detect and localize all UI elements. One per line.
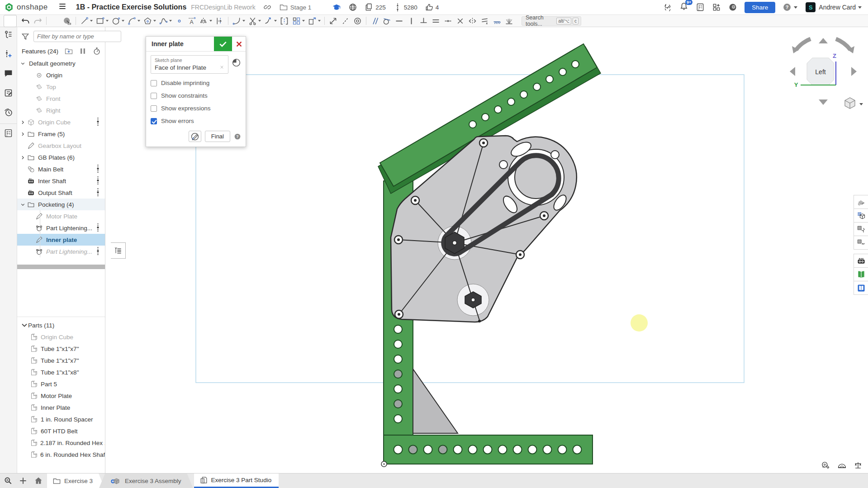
checkbox[interactable]	[151, 118, 157, 124]
checkbox[interactable]	[151, 93, 157, 99]
chevron-down-icon[interactable]	[20, 61, 26, 66]
feature-row-gb-plates-6[interactable]: GB Plates (6)	[17, 152, 105, 163]
tab-exercise-3-assembly[interactable]: Exercise 3 Assembly	[99, 474, 193, 488]
tool-arc[interactable]	[126, 15, 142, 27]
appearance-tool[interactable]	[854, 195, 868, 209]
pan-left-arrow[interactable]	[790, 67, 795, 76]
chevron-right-icon[interactable]	[20, 131, 26, 137]
usage-icon[interactable]	[393, 3, 402, 12]
section-view-tool[interactable]	[854, 208, 868, 223]
tool-text[interactable]	[185, 15, 198, 27]
tool-extend[interactable]	[262, 15, 278, 27]
add-tab-button[interactable]	[16, 474, 30, 488]
accept-button[interactable]	[214, 37, 232, 51]
part-row-origin-cube[interactable]: Origin Cube	[17, 331, 105, 343]
tool-construction[interactable]	[339, 15, 351, 27]
tool-horizontal[interactable]	[393, 15, 405, 27]
rotate-right-arrow[interactable]	[836, 39, 850, 50]
share-button[interactable]: Share	[745, 2, 775, 13]
chevron-right-icon[interactable]	[20, 119, 26, 125]
tab-exercise-3-part-studio[interactable]: Exercise 3 Part Studio	[194, 474, 279, 488]
isometric-cube-icon[interactable]	[845, 98, 863, 109]
search-tools[interactable]: Search tools... alt/⌥ c	[522, 16, 581, 26]
tool-redo[interactable]	[32, 15, 44, 27]
onshape-logo[interactable]: onshape	[0, 2, 48, 12]
history-icon[interactable]	[4, 108, 13, 119]
part-row-60t-htd-belt[interactable]: 60T HTD Belt	[17, 425, 105, 437]
feature-row-part-lightening[interactable]: Part Lightening...	[17, 222, 105, 234]
highlight-dot[interactable]	[631, 314, 648, 332]
search-tabs-icon[interactable]	[0, 474, 16, 488]
tool-curvature[interactable]	[503, 15, 515, 27]
tool-coincident[interactable]	[442, 15, 454, 27]
part-row-tube-1-x1-x7[interactable]: Tube 1"x1"x7"	[17, 343, 105, 355]
tool-mirror[interactable]	[198, 15, 213, 27]
feature-row-motor-plate[interactable]: Motor Plate	[17, 210, 105, 222]
tool-caret[interactable]	[274, 20, 277, 22]
tool-fix[interactable]	[491, 15, 503, 27]
feature-row-part-lightening[interactable]: Part Lightening...	[17, 246, 105, 257]
feature-row-right[interactable]: Right	[17, 104, 105, 116]
tool-inspect[interactable]	[351, 15, 364, 27]
feature-row-main-belt[interactable]: Main Belt	[17, 163, 105, 175]
tool-tangent[interactable]	[381, 15, 393, 27]
tool-caret[interactable]	[138, 20, 140, 22]
tool-equal[interactable]	[479, 15, 491, 27]
help-icon[interactable]	[783, 3, 792, 12]
apps-icon[interactable]	[712, 3, 721, 12]
checkbox[interactable]	[151, 80, 157, 86]
public-icon[interactable]	[348, 3, 357, 12]
part-row-motor-plate[interactable]: Motor Plate	[17, 390, 105, 402]
drag-handle-icon[interactable]	[96, 223, 100, 234]
feature-list-icon[interactable]	[4, 30, 13, 41]
tool-split[interactable]	[278, 15, 290, 27]
tab-exercise-3[interactable]: Exercise 3	[47, 474, 104, 488]
feature-row-top[interactable]: Top	[17, 81, 105, 93]
tool-transform[interactable]	[306, 15, 322, 27]
tool-copy-doc[interactable]	[49, 15, 61, 27]
final-button[interactable]: Final	[205, 131, 230, 142]
option-show-expressions[interactable]: Show expressions	[151, 105, 241, 112]
part-row-1-in-round-spacer[interactable]: 1 in. Round Spacer	[17, 413, 105, 425]
tool-fillet[interactable]	[231, 15, 247, 27]
ai-assistant-icon[interactable]	[728, 3, 737, 12]
isolate-tool[interactable]	[854, 236, 868, 250]
drag-handle-icon[interactable]	[96, 246, 100, 257]
tool-caret[interactable]	[122, 20, 124, 22]
feature-row-origin-cube[interactable]: Origin Cube	[17, 116, 105, 128]
tool-pattern[interactable]	[290, 15, 306, 27]
sketch-mode-button[interactable]	[189, 131, 201, 142]
tool-vertical[interactable]	[405, 15, 417, 27]
learning-icon[interactable]	[332, 3, 341, 12]
avatar[interactable]: S	[806, 2, 816, 12]
view-options-caret[interactable]	[859, 103, 863, 105]
part-row-part-5[interactable]: Part 5	[17, 378, 105, 390]
feature-row-origin[interactable]: Origin	[17, 69, 105, 81]
tool-spline[interactable]	[157, 15, 173, 27]
docs-panel-button[interactable]	[854, 281, 868, 295]
tool-parallel[interactable]	[369, 15, 381, 27]
filter-input[interactable]	[33, 31, 121, 42]
dialog-help-icon[interactable]	[234, 133, 241, 140]
tool-caret[interactable]	[106, 20, 109, 22]
drag-handle-icon[interactable]	[96, 164, 100, 175]
clear-icon[interactable]	[219, 64, 225, 70]
tool-sketch-list[interactable]	[4, 15, 17, 27]
feature-row-output-shaft[interactable]: Output Shaft	[17, 187, 105, 199]
notes-icon[interactable]	[4, 88, 13, 99]
tool-caret[interactable]	[169, 20, 172, 22]
home-button[interactable]	[30, 474, 47, 488]
feature-row-inner-plate[interactable]: Inner plate	[17, 234, 105, 246]
new-folder-icon[interactable]	[64, 47, 73, 56]
document-title[interactable]: 1B - Practice Exercise Solutions	[76, 3, 187, 11]
drag-handle-icon[interactable]	[96, 117, 100, 128]
tool-caret[interactable]	[209, 20, 212, 22]
drag-handle-icon[interactable]	[96, 187, 100, 199]
part-row-6-in-rounded-hex-shaft[interactable]: 6 in. Rounded Hex Shaft	[17, 449, 105, 460]
feature-row-default-geometry[interactable]: Default geometry	[17, 57, 105, 69]
defer-icon[interactable]	[232, 58, 241, 67]
tape-measure-icon[interactable]	[821, 461, 830, 470]
rollback-bar[interactable]	[17, 265, 105, 269]
tilt-up-arrow[interactable]	[819, 38, 828, 43]
main-menu-icon[interactable]	[58, 2, 67, 13]
